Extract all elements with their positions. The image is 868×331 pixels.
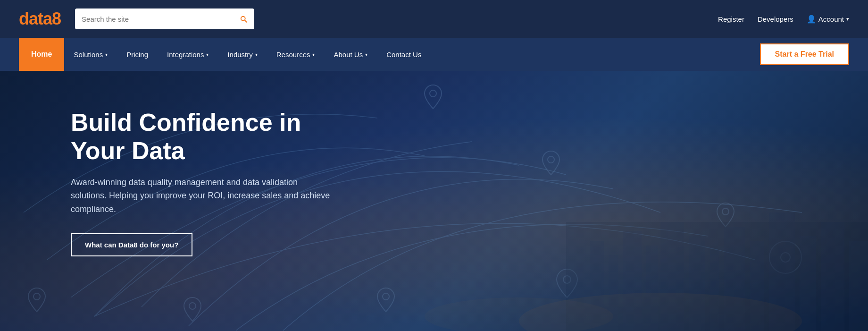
svg-point-5: [383, 293, 389, 300]
logo-text: data8: [19, 9, 61, 29]
logo-main: data: [19, 9, 52, 28]
nav-integrations[interactable]: Integrations ▾: [158, 38, 218, 71]
nav-home[interactable]: Home: [19, 38, 64, 71]
svg-point-0: [430, 90, 436, 97]
nav-pricing-label: Pricing: [126, 51, 148, 59]
nav-about[interactable]: About Us ▾: [324, 38, 377, 71]
hero-section: Build Confidence in Your Data Award-winn…: [0, 71, 868, 331]
svg-rect-22: [849, 241, 868, 331]
svg-rect-21: [821, 222, 844, 331]
top-bar-right: Register Developers 👤 Account ▾: [718, 15, 849, 24]
search-input[interactable]: [75, 8, 233, 29]
free-trial-button[interactable]: Start a Free Trial: [760, 43, 849, 65]
chevron-down-icon: ▾: [846, 16, 849, 22]
chevron-down-icon: ▾: [206, 52, 209, 57]
logo-accent: 8: [52, 9, 61, 28]
nav-solutions-label: Solutions: [74, 51, 103, 59]
svg-point-4: [189, 303, 196, 309]
search-button[interactable]: [233, 8, 254, 29]
nav-industry-label: Industry: [227, 51, 252, 59]
nav-bar-right: Start a Free Trial: [760, 43, 849, 65]
svg-rect-20: [800, 236, 816, 331]
developers-link[interactable]: Developers: [758, 15, 793, 23]
svg-point-3: [33, 293, 40, 300]
svg-point-2: [722, 208, 729, 215]
account-link[interactable]: 👤 Account ▾: [807, 15, 849, 24]
nav-bar: Home Solutions ▾ Pricing Integrations ▾ …: [0, 38, 868, 71]
search-bar: [75, 8, 254, 29]
chevron-down-icon: ▾: [105, 52, 108, 57]
nav-resources-label: Resources: [276, 51, 310, 59]
account-label: Account: [818, 15, 844, 23]
nav-contact-label: Contact Us: [386, 51, 421, 59]
nav-resources[interactable]: Resources ▾: [267, 38, 325, 71]
nav-solutions[interactable]: Solutions ▾: [64, 38, 117, 71]
top-bar: data8 Register Developers 👤 Account ▾: [0, 0, 868, 38]
chevron-down-icon: ▾: [365, 52, 367, 57]
nav-about-label: About Us: [334, 51, 363, 59]
chevron-down-icon: ▾: [312, 52, 315, 57]
register-link[interactable]: Register: [718, 15, 744, 23]
hero-cta-button[interactable]: What can Data8 do for you?: [71, 233, 192, 256]
hero-content: Build Confidence in Your Data Award-winn…: [0, 71, 330, 256]
svg-point-1: [548, 156, 554, 163]
search-icon: [239, 15, 248, 23]
nav-industry[interactable]: Industry ▾: [218, 38, 267, 71]
hero-subtitle: Award-winning data quality management an…: [71, 176, 330, 216]
hero-title: Build Confidence in Your Data: [71, 109, 330, 165]
nav-integrations-label: Integrations: [167, 51, 204, 59]
chevron-down-icon: ▾: [255, 52, 258, 57]
nav-contact[interactable]: Contact Us: [377, 38, 431, 71]
user-icon: 👤: [807, 15, 816, 24]
logo[interactable]: data8: [19, 9, 61, 29]
nav-pricing[interactable]: Pricing: [117, 38, 158, 71]
